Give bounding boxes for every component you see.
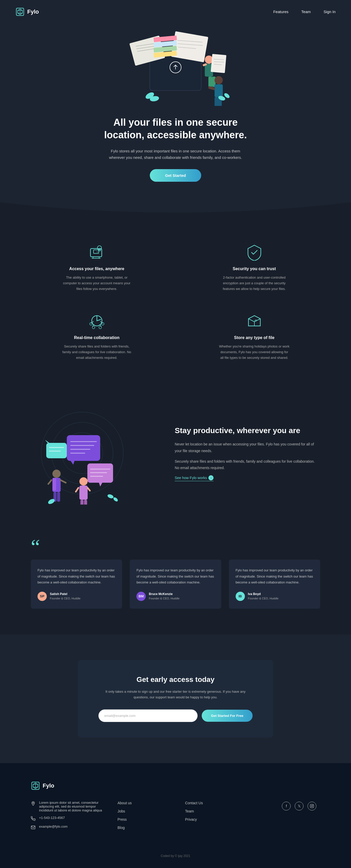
phone-icon: [31, 816, 35, 821]
feature-security-title: Security you can trust: [188, 267, 320, 271]
feature-storage: Store any type of file Whether you're sh…: [188, 312, 320, 361]
instagram-icon[interactable]: [308, 802, 316, 810]
cta-section: Get early access today It only takes a m…: [0, 634, 351, 763]
footer-logo-icon: [31, 781, 40, 790]
logo-icon: [15, 7, 25, 17]
footer-logo-text: Fylo: [43, 782, 54, 789]
avatar-3: IB: [235, 592, 245, 601]
security-icon: [245, 243, 263, 261]
svg-line-74: [88, 488, 90, 491]
storage-icon: [245, 312, 263, 330]
svg-rect-85: [31, 826, 35, 829]
svg-rect-86: [310, 804, 314, 808]
hero-section: All your files in one secure location, a…: [0, 24, 351, 202]
feature-security-desc: 2-factor authentication and user-control…: [218, 275, 290, 292]
cta-email-input[interactable]: [98, 709, 198, 722]
arrow-circle-icon: →: [209, 475, 214, 480]
footer-email: example@fylo.com: [39, 825, 68, 829]
svg-rect-25: [209, 76, 212, 87]
cta-description: It only takes a minute to sign up and ou…: [98, 689, 253, 700]
nav-team[interactable]: Team: [301, 9, 311, 14]
svg-rect-52: [67, 435, 100, 461]
footer-link-about[interactable]: About us: [118, 801, 132, 805]
testimonial-author-3: IB Iva Boyd Founder & CEO, Huddle: [235, 592, 314, 601]
footer-phone: +1-543-123-4567: [39, 816, 65, 820]
footer-link-jobs[interactable]: Jobs: [118, 809, 125, 813]
author-title-1: Founder & CEO, Huddle: [50, 597, 81, 600]
footer-link-team[interactable]: Team: [185, 809, 194, 813]
avatar-2: BM: [136, 592, 146, 601]
svg-point-47: [99, 326, 101, 329]
footer-link-privacy[interactable]: Privacy: [185, 817, 197, 822]
feature-access: Access your files, anywhere The ability …: [31, 243, 163, 292]
footer-social: f 𝕏: [282, 801, 320, 834]
author-info-3: Iva Boyd Founder & CEO, Huddle: [248, 592, 279, 600]
hero-heading: All your files in one secure location, a…: [103, 116, 248, 142]
hero-subtext: Fylo stores all your most important file…: [109, 148, 242, 161]
testimonial-card-2: Fylo has improved our team productivity …: [130, 560, 221, 609]
quote-mark-icon: “: [31, 541, 320, 552]
author-name-1: Satish Patel: [50, 592, 81, 596]
cta-heading: Get early access today: [98, 676, 253, 684]
svg-rect-72: [79, 486, 88, 500]
see-how-link[interactable]: See how Fylo works →: [175, 475, 214, 481]
testimonial-text-3: Fylo has improved our team productivity …: [235, 567, 314, 585]
facebook-icon[interactable]: f: [282, 802, 291, 810]
author-info-1: Satish Patel Founder & CEO, Huddle: [50, 592, 81, 600]
svg-rect-66: [53, 478, 56, 491]
feature-access-title: Access your files, anywhere: [31, 267, 163, 271]
author-name-2: Bruce McKenzie: [149, 592, 179, 596]
footer-address: Lorem ipsum dolor sit amet, consectetur …: [39, 801, 107, 812]
twitter-icon[interactable]: 𝕏: [295, 802, 304, 810]
logo: Fylo: [15, 7, 39, 17]
svg-line-40: [97, 252, 98, 252]
svg-rect-60: [87, 463, 113, 483]
feature-collaboration: Real-time collaboration Securely share f…: [31, 312, 163, 361]
svg-rect-75: [81, 500, 84, 504]
svg-rect-28: [215, 84, 223, 97]
testimonials-section: “ Fylo has improved our team productivit…: [0, 526, 351, 634]
feature-storage-title: Store any type of file: [188, 335, 320, 340]
nav-features[interactable]: Features: [273, 9, 288, 14]
footer-links-col2: Contact Us Team Privacy: [185, 801, 223, 834]
footer-link-contact[interactable]: Contact Us: [185, 801, 203, 805]
hero-cta-button[interactable]: Get Started: [150, 169, 201, 182]
avatar-1: SP: [37, 592, 47, 601]
features-grid: Access your files, anywhere The ability …: [31, 243, 320, 361]
svg-rect-76: [84, 500, 87, 504]
testimonial-author-1: SP Satish Patel Founder & CEO, Huddle: [37, 592, 116, 601]
author-title-2: Founder & CEO, Huddle: [149, 597, 179, 600]
svg-point-79: [113, 497, 119, 502]
feature-storage-desc: Whether you're sharing holidays photos o…: [218, 344, 290, 361]
svg-line-67: [48, 480, 52, 484]
cta-form: Get Started For Free: [98, 709, 253, 722]
cta-submit-button[interactable]: Get Started For Free: [202, 710, 253, 722]
footer-grid: Lorem ipsum dolor sit amet, consectetur …: [31, 801, 320, 834]
features-section: Access your files, anywhere The ability …: [0, 223, 351, 381]
nav-links: Features Team Sign In: [273, 9, 336, 14]
feature-collab-desc: Securely share files and folders with fr…: [61, 344, 133, 361]
testimonial-author-2: BM Bruce McKenzie Founder & CEO, Huddle: [136, 592, 214, 601]
svg-point-84: [33, 802, 34, 804]
productive-illustration: [31, 402, 154, 505]
svg-line-73: [76, 488, 78, 492]
footer: Fylo Lorem ipsum dolor sit amet, consect…: [0, 763, 351, 868]
testimonials-grid: Fylo has improved our team productivity …: [31, 560, 320, 609]
footer-logo: Fylo: [31, 781, 320, 790]
location-icon: [31, 801, 35, 806]
svg-point-88: [313, 805, 313, 805]
curve-divider: [0, 202, 351, 223]
collaboration-icon: [88, 312, 106, 330]
productive-para2: Securely share files and folders with fr…: [175, 458, 320, 471]
productive-para1: Never let location be an issue when acce…: [175, 441, 320, 454]
navbar: Fylo Features Team Sign In: [0, 0, 351, 24]
svg-point-45: [101, 322, 104, 325]
svg-rect-39: [94, 250, 99, 253]
see-how-text: See how Fylo works: [175, 476, 207, 480]
footer-link-press[interactable]: Press: [118, 817, 127, 822]
testimonial-text-2: Fylo has improved our team productivity …: [136, 567, 214, 585]
footer-bottom: Coded by © ijay 2021: [31, 844, 320, 858]
nav-signin[interactable]: Sign In: [323, 9, 336, 14]
footer-link-blog[interactable]: Blog: [118, 826, 125, 830]
svg-rect-21: [211, 54, 226, 73]
